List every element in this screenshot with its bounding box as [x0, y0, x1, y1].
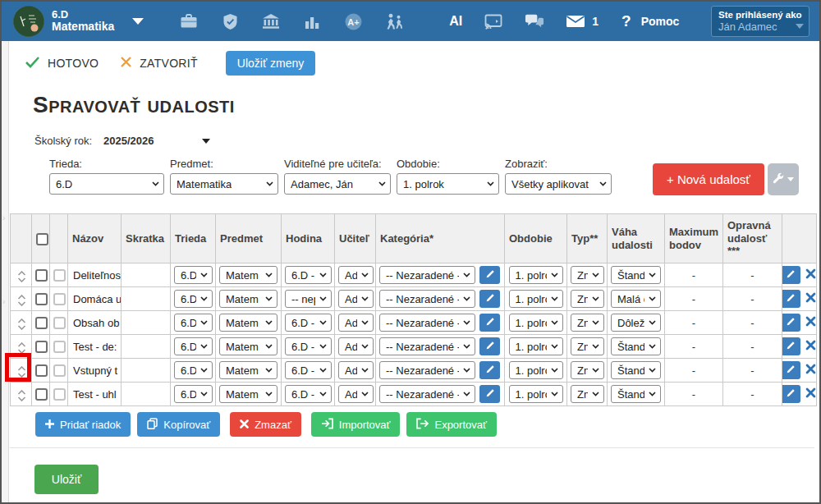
typ-select[interactable]: Zná — [571, 385, 604, 403]
hodina-select[interactable]: 6.D - M — [285, 385, 332, 403]
vaha-select[interactable]: Malá č — [611, 290, 661, 308]
typ-select[interactable]: Zná — [571, 361, 604, 379]
tools-dropdown-button[interactable] — [768, 163, 799, 195]
class-dropdown-caret-icon[interactable] — [132, 18, 144, 25]
hodina-select[interactable]: 6.D - M — [285, 337, 332, 355]
obdobie-select[interactable]: 1. polro — [509, 361, 563, 379]
ucitel-select[interactable]: Adar — [338, 337, 374, 355]
edit-category-button[interactable] — [479, 361, 500, 379]
trieda-select[interactable]: 6.D — [174, 361, 213, 379]
typ-select[interactable]: Zná — [571, 337, 604, 355]
kategoria-select[interactable]: -- Nezaradené - — [379, 314, 475, 332]
vaha-select[interactable]: Štand — [611, 266, 661, 284]
row-select-checkbox[interactable] — [35, 293, 48, 305]
row-drag-handle[interactable] — [14, 387, 30, 404]
row-secondary-checkbox[interactable] — [53, 293, 66, 305]
row-secondary-checkbox[interactable] — [53, 388, 66, 401]
row-select-checkbox[interactable] — [35, 269, 48, 282]
new-event-button[interactable]: + Nová udalosť — [653, 163, 764, 195]
predmet-select[interactable]: Matem — [219, 337, 277, 355]
vaha-select[interactable]: Dôleži — [611, 314, 661, 332]
predmet-select[interactable]: Matem — [219, 314, 277, 332]
kategoria-select[interactable]: -- Nezaradené - — [379, 385, 475, 403]
edit-row-button[interactable] — [782, 266, 801, 284]
add-row-button[interactable]: Pridať riadok — [35, 412, 131, 437]
delete-row-button[interactable] — [803, 266, 817, 284]
save-button[interactable]: Uložiť — [34, 465, 99, 494]
row-secondary-checkbox[interactable] — [53, 364, 66, 377]
predmet-select[interactable]: Matem — [219, 385, 277, 403]
trieda-select[interactable]: 6.D — [174, 290, 213, 308]
bar-chart-icon[interactable] — [302, 11, 322, 31]
kategoria-select[interactable]: -- Nezaradené - — [379, 361, 475, 379]
school-year-value[interactable]: 2025/2026 — [103, 135, 154, 147]
ucitel-select[interactable]: Adar — [338, 361, 374, 379]
briefcase-icon[interactable] — [179, 11, 199, 31]
show-filter-select[interactable]: Všetky aplikovat — [505, 173, 612, 195]
period-filter-select[interactable]: 1. polrok — [397, 173, 499, 195]
edit-category-button[interactable] — [479, 266, 500, 284]
delete-row-button[interactable] — [803, 314, 817, 332]
edit-category-button[interactable] — [479, 290, 500, 308]
obdobie-select[interactable]: 1. polro — [509, 385, 563, 403]
done-button[interactable]: HOTOVO — [25, 56, 99, 71]
delete-row-button[interactable] — [803, 385, 817, 403]
predmet-select[interactable]: Matem — [219, 290, 277, 308]
edit-category-button[interactable] — [479, 337, 500, 355]
skratka-cell[interactable] — [122, 311, 171, 335]
row-drag-handle[interactable] — [14, 340, 30, 356]
students-walking-icon[interactable] — [384, 11, 404, 31]
grades-circle-icon[interactable]: A+ — [343, 11, 363, 31]
hodina-select[interactable]: 6.D - M — [285, 361, 332, 379]
save-changes-button[interactable]: Uložiť zmeny — [226, 51, 316, 76]
ucitel-select[interactable]: Adar — [338, 266, 374, 284]
ai-menu-item[interactable]: AI — [449, 14, 462, 29]
shield-check-icon[interactable] — [220, 11, 240, 31]
edit-row-button[interactable] — [782, 385, 801, 403]
ucitel-select[interactable]: Adar — [338, 385, 374, 403]
delete-row-button[interactable] — [803, 337, 817, 355]
typ-select[interactable]: Zná — [571, 290, 604, 308]
edit-row-button[interactable] — [782, 314, 801, 332]
row-select-checkbox[interactable] — [35, 341, 48, 353]
teacher-filter-select[interactable]: Adamec, Ján — [284, 173, 391, 195]
vaha-select[interactable]: Štand — [611, 385, 661, 403]
edit-category-button[interactable] — [479, 314, 500, 332]
event-name-cell[interactable]: Domáca u — [68, 287, 122, 311]
typ-select[interactable]: Zná — [571, 266, 604, 284]
row-drag-handle[interactable] — [14, 316, 30, 332]
chat-bubbles-icon[interactable] — [525, 11, 544, 31]
hodina-select[interactable]: -- nepri — [285, 290, 332, 308]
row-select-checkbox[interactable] — [35, 364, 48, 377]
obdobie-select[interactable]: 1. polro — [509, 290, 563, 308]
vaha-select[interactable]: Štand — [611, 361, 661, 379]
trieda-select[interactable]: 6.D — [174, 385, 213, 403]
institution-icon[interactable] — [261, 11, 281, 31]
event-name-cell[interactable]: Vstupný t — [68, 359, 122, 383]
row-secondary-checkbox[interactable] — [53, 317, 66, 329]
panel-expand-chevron-icon[interactable]: › — [2, 297, 5, 306]
ucitel-select[interactable]: Adar — [338, 290, 374, 308]
ucitel-select[interactable]: Adar — [338, 314, 374, 332]
row-secondary-checkbox[interactable] — [53, 341, 66, 353]
event-name-cell[interactable]: Test - de: — [68, 335, 122, 359]
obdobie-select[interactable]: 1. polro — [509, 314, 563, 332]
row-secondary-checkbox[interactable] — [53, 269, 66, 282]
skratka-cell[interactable] — [122, 263, 171, 287]
skratka-cell[interactable] — [122, 287, 171, 311]
delete-row-button[interactable] — [803, 290, 817, 308]
help-item[interactable]: ? Pomoc — [621, 12, 679, 30]
trieda-select[interactable]: 6.D — [174, 337, 213, 355]
typ-select[interactable]: Zná — [571, 314, 604, 332]
cast-screen-icon[interactable] — [484, 11, 503, 31]
event-name-cell[interactable]: Deliteľnos — [68, 263, 122, 287]
delete-row-button[interactable] — [803, 361, 817, 379]
edit-row-button[interactable] — [782, 290, 801, 308]
edit-category-button[interactable] — [479, 385, 500, 403]
obdobie-select[interactable]: 1. polro — [509, 266, 563, 284]
row-drag-handle[interactable] — [14, 364, 30, 380]
class-filter-select[interactable]: 6.D — [49, 173, 164, 195]
event-name-cell[interactable]: Test - uhl — [68, 383, 122, 406]
row-select-checkbox[interactable] — [35, 317, 48, 329]
kategoria-select[interactable]: -- Nezaradené - — [379, 337, 475, 355]
